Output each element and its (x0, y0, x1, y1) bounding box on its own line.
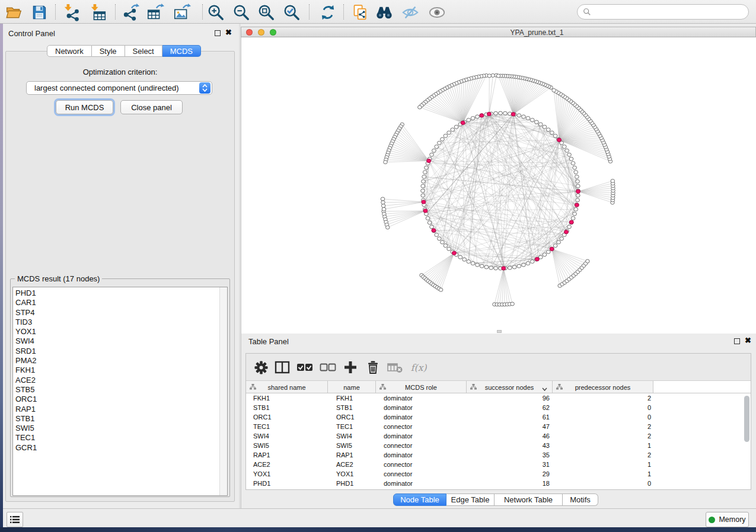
table-panel-tabs: Node TableEdge TableNetwork TableMotifs (393, 493, 598, 506)
svg-text:f(x): f(x) (411, 362, 427, 373)
result-node[interactable]: FKH1 (13, 366, 227, 375)
sort-icon (542, 385, 547, 392)
splitter-handle[interactable] (497, 330, 502, 333)
tab-mcds[interactable]: MCDS (162, 45, 201, 57)
result-node[interactable]: PHD1 (13, 289, 227, 298)
criterion-dropdown[interactable]: largest connected component (undirected) (26, 81, 212, 95)
tab-edge-table[interactable]: Edge Table (446, 493, 495, 506)
table-row[interactable]: STB1STB1dominator620 (246, 403, 751, 412)
result-node[interactable]: SWI5 (13, 424, 227, 433)
check-all-icon[interactable] (296, 359, 313, 376)
float-panel-icon[interactable] (215, 30, 221, 36)
column-header-predecessor-nodes[interactable]: predecessor nodes (553, 381, 653, 393)
table-row[interactable]: SWI5SWI5connector431 (246, 441, 751, 450)
refresh-icon[interactable] (319, 4, 337, 21)
cell-name: PHD1 (336, 479, 353, 488)
tab-select[interactable]: Select (125, 45, 162, 57)
result-node[interactable]: ACE2 (13, 376, 227, 385)
table-row[interactable]: PHD1PHD1dominator180 (246, 479, 751, 488)
cell-mcds-role: dominator (384, 450, 413, 460)
result-node[interactable]: TID3 (13, 318, 227, 327)
table-row[interactable]: RAP1RAP1dominator352 (246, 450, 751, 460)
table-panel: Table Panel ✖ f(x) shared namenameMCDS r… (241, 334, 756, 508)
node-table-container: f(x) shared namenameMCDS rolesuccessor n… (245, 353, 751, 490)
result-node[interactable]: CAR1 (13, 298, 227, 307)
show-all-icon[interactable] (428, 4, 446, 21)
columns-icon[interactable] (274, 359, 291, 376)
result-list-scrollbar[interactable] (219, 287, 227, 495)
column-header-MCDS-role[interactable]: MCDS role (376, 381, 467, 393)
memory-button[interactable]: Memory (706, 512, 749, 527)
result-node[interactable]: YOX1 (13, 327, 227, 336)
float-table-panel-icon[interactable] (734, 338, 740, 344)
result-node[interactable]: GCR1 (13, 443, 227, 453)
result-node[interactable]: STP4 (13, 308, 227, 318)
cell-predecessor-nodes: 0 (553, 412, 651, 422)
table-row[interactable]: ORC1ORC1dominator610 (246, 412, 751, 422)
column-header-name[interactable]: name (328, 381, 376, 393)
cell-predecessor-nodes: 2 (553, 431, 651, 441)
save-session-icon[interactable] (30, 4, 48, 21)
application-window: Control Panel ✖ NetworkStyleSelectMCDS O… (0, 0, 756, 532)
main-toolbar (0, 0, 756, 24)
tab-network[interactable]: Network (47, 45, 92, 57)
hide-selected-icon[interactable] (401, 4, 419, 21)
zoom-in-icon[interactable] (207, 4, 225, 21)
run-mcds-button[interactable]: Run MCDS (56, 100, 113, 114)
desktop-background-bottom (0, 527, 756, 532)
result-node[interactable]: SRD1 (13, 347, 227, 356)
clone-network-icon[interactable] (352, 4, 369, 21)
add-column-icon[interactable] (342, 359, 359, 376)
task-history-button[interactable] (7, 512, 23, 527)
mcds-result-list[interactable]: PHD1CAR1STP4TID3YOX1SWI4SRD1PMA2FKH1ACE2… (12, 287, 228, 496)
export-table-icon[interactable] (146, 4, 164, 21)
zoom-out-icon[interactable] (232, 4, 250, 21)
uncheck-all-icon[interactable] (320, 359, 336, 376)
close-table-panel-icon[interactable]: ✖ (745, 338, 751, 344)
network-canvas[interactable] (241, 37, 756, 334)
result-node[interactable]: RAP1 (13, 405, 227, 414)
column-header-shared-name[interactable]: shared name (246, 381, 328, 393)
gear-icon[interactable] (253, 359, 269, 376)
tab-motifs[interactable]: Motifs (563, 493, 598, 506)
close-panel-icon[interactable]: ✖ (225, 30, 232, 36)
zoom-fit-icon[interactable] (257, 4, 275, 21)
table-row[interactable]: FKH1FKH1dominator962 (246, 393, 751, 403)
result-node[interactable]: PMA2 (13, 356, 227, 366)
import-network-icon[interactable] (63, 4, 81, 21)
cell-successor-nodes: 62 (467, 403, 550, 412)
open-file-icon[interactable] (5, 4, 23, 21)
column-header-successor-nodes[interactable]: successor nodes (467, 381, 553, 393)
table-row[interactable]: ACE2ACE2connector311 (246, 460, 751, 469)
result-node[interactable]: TEC1 (13, 433, 227, 443)
close-panel-button[interactable]: Close panel (120, 100, 183, 114)
search-input[interactable] (577, 4, 749, 20)
network-window-titlebar[interactable]: YPA_prune.txt_1 (241, 27, 756, 37)
import-table-icon[interactable] (90, 4, 107, 21)
cell-name: RAP1 (336, 450, 353, 460)
result-node[interactable]: ORC1 (13, 395, 227, 404)
export-network-icon[interactable] (122, 4, 140, 21)
table-row[interactable]: SWI4SWI4dominator462 (246, 431, 751, 441)
cell-successor-nodes: 61 (467, 412, 550, 422)
binoculars-icon[interactable] (375, 4, 393, 21)
table-row[interactable]: YOX1YOX1connector291 (246, 469, 751, 479)
cell-successor-nodes: 31 (467, 460, 550, 469)
export-image-icon[interactable] (173, 4, 191, 21)
result-node[interactable]: STB5 (13, 385, 227, 395)
cell-name: SWI4 (336, 431, 352, 441)
tab-style[interactable]: Style (92, 45, 125, 57)
cell-shared-name: RAP1 (253, 450, 270, 460)
desktop-background-left (0, 24, 3, 527)
table-scrollbar[interactable] (744, 396, 749, 442)
table-row[interactable]: TEC1TEC1connector472 (246, 422, 751, 431)
zoom-selected-icon[interactable] (283, 4, 301, 21)
result-node[interactable]: STB1 (13, 414, 227, 424)
cell-name: TEC1 (336, 422, 353, 431)
result-node[interactable]: SWI4 (13, 336, 227, 346)
cell-name: ORC1 (336, 412, 355, 422)
tab-network-table[interactable]: Network Table (495, 493, 563, 506)
delete-column-icon[interactable] (365, 359, 381, 376)
tab-node-table[interactable]: Node Table (393, 493, 446, 506)
status-bar: Memory (0, 508, 756, 527)
